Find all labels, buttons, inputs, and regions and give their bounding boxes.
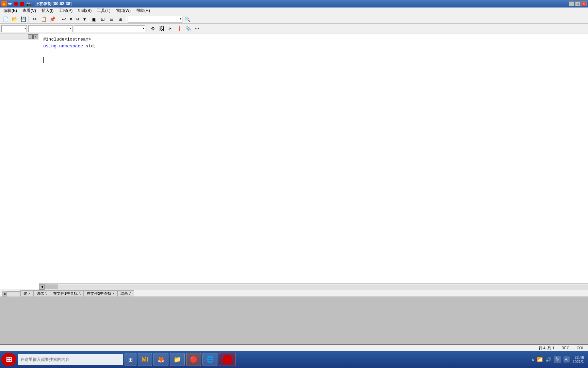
rec-dot-icon <box>223 355 232 364</box>
view2-button[interactable]: ⊡ <box>99 15 107 23</box>
app5-button[interactable]: 🔴 <box>186 353 201 366</box>
restore-button[interactable]: □ <box>575 1 581 6</box>
code-line-4[interactable] <box>43 57 584 63</box>
stop-icon[interactable] <box>20 2 24 6</box>
view1-button[interactable]: ▣ <box>90 15 98 23</box>
break-button[interactable]: ✂ <box>166 25 175 32</box>
minimize-button[interactable]: _ <box>569 1 574 6</box>
compile-button[interactable]: ⚙ <box>149 25 157 32</box>
menu-help[interactable]: 帮助(H) <box>133 7 153 14</box>
tray-expand-icon[interactable]: ∧ <box>532 357 534 362</box>
search-placeholder-text: 在这里输入你要搜索的内容 <box>20 357 69 363</box>
scroll-track[interactable] <box>45 285 588 289</box>
volume-icon[interactable]: 🔊 <box>545 357 551 362</box>
task-view-button[interactable]: ⊞ <box>125 353 136 366</box>
toolbar-2: ▾ ▾ ▾ ⚙ 🖼 ✂ ❗ 📎 ↩ <box>0 24 588 33</box>
toolbar2-separator <box>147 25 147 32</box>
menu-project[interactable]: 工程(P) <box>56 7 75 14</box>
redo-dropdown[interactable]: ▾ <box>82 15 86 23</box>
title-bar-left: C ✏ 📷 正在录制 [00:02:38] <box>1 1 71 7</box>
horizontal-scrollbar[interactable]: ◀ <box>39 283 588 290</box>
search-button[interactable]: 🔍 <box>183 15 191 23</box>
tab-debug-arrow: ╲ <box>45 292 47 295</box>
paste-button[interactable]: 📌 <box>48 15 56 23</box>
toolbar-separator-2 <box>58 16 59 22</box>
app5-icon: 🔴 <box>190 356 197 363</box>
pencil-icon[interactable]: ✏ <box>8 1 12 6</box>
tab-find1-arrow: ╲ <box>79 292 81 295</box>
code-line-2: using namespace std; <box>43 43 584 50</box>
toolbar-1: 📄 📂 💾 ✂ 📋 📌 ↩ ▾ ↪ ▾ ▣ ⊡ ⊟ ⊞ ▾ 🔍 <box>0 14 588 24</box>
language-indicator[interactable]: 英 <box>554 356 561 363</box>
tab-scroll-track <box>7 291 20 296</box>
redo-button[interactable]: ↪ <box>74 15 82 23</box>
menu-tools[interactable]: 工具(T) <box>94 7 113 14</box>
stop-debug-button[interactable]: ❗ <box>175 25 183 32</box>
tab-build[interactable]: 建 ╱ <box>20 290 33 296</box>
search-bar[interactable]: 在这里输入你要搜索的内容 <box>18 354 123 365</box>
undo-dropdown[interactable]: ▾ <box>69 15 73 23</box>
code-line-1-text: #include<iostream> <box>43 36 91 43</box>
firefox-icon: 🦊 <box>157 356 165 363</box>
step-button[interactable]: 📎 <box>184 25 192 32</box>
view4-button[interactable]: ⊞ <box>116 15 125 23</box>
code-body[interactable]: #include<iostream> using namespace std; <box>39 33 588 283</box>
editor-main: _ × #include<iostream> using namespace s… <box>0 33 588 290</box>
menu-insert[interactable]: 插入(I) <box>39 7 56 14</box>
firefox-button[interactable]: 🦊 <box>153 353 168 366</box>
status-col: COL <box>573 345 588 351</box>
task-view-icon: ⊞ <box>128 356 133 363</box>
scroll-thumb[interactable] <box>45 285 58 289</box>
tab-results-arrow: ╱ <box>129 292 131 295</box>
code-area-wrapper: #include<iostream> using namespace std; … <box>39 33 588 290</box>
scroll-left-button[interactable]: ◀ <box>39 284 45 290</box>
tab-results[interactable]: 结果 ╱ <box>117 290 134 296</box>
left-sidebar-body <box>0 40 39 290</box>
debug-dropdown-2[interactable]: ▾ <box>28 25 72 32</box>
window-controls: _ □ ✕ <box>569 1 587 6</box>
view3-button[interactable]: ⊟ <box>108 15 116 23</box>
toolbar-separator-3 <box>88 16 88 22</box>
browser-button[interactable]: 🌐 <box>202 353 217 366</box>
debug-dd2-arrow-icon: ▾ <box>70 27 71 30</box>
debug-view-button[interactable]: 🖼 <box>158 25 166 32</box>
tab-debug[interactable]: 调试 ╲ <box>33 290 50 296</box>
copy-button[interactable]: 📋 <box>39 15 48 23</box>
record-stop-button[interactable] <box>14 2 18 6</box>
tab-build-arrow: ╱ <box>29 292 30 295</box>
title-bar: C ✏ 📷 正在录制 [00:02:38] _ □ ✕ <box>0 0 588 7</box>
debug-dd1-arrow-icon: ▾ <box>24 27 26 30</box>
function-dropdown[interactable]: ▾ <box>128 16 182 22</box>
menu-edit[interactable]: 编辑(E) <box>1 7 20 14</box>
new-file-button[interactable]: 📄 <box>1 15 10 23</box>
back-button[interactable]: ↩ <box>193 25 201 32</box>
save-button[interactable]: 💾 <box>19 15 27 23</box>
sidebar-minimize-button[interactable]: _ <box>28 34 33 39</box>
debug-dropdown-3[interactable]: ▾ <box>74 25 145 32</box>
clock-date: 2021/1 <box>572 359 584 364</box>
close-button[interactable]: ✕ <box>581 1 587 6</box>
file-manager-button[interactable]: 📁 <box>170 353 185 366</box>
debug-dropdown-1[interactable]: ▾ <box>1 25 27 32</box>
tab-find-in-file1[interactable]: 在文件1中查找 ╲ <box>50 290 84 296</box>
tab-find-in-file2[interactable]: 在文件2中查找 ╲ <box>84 290 117 296</box>
folder-icon: 📁 <box>174 356 181 363</box>
tab-scroll-left-button[interactable]: ◀ <box>2 291 7 296</box>
tab-find1-label: 在文件1中查找 <box>53 291 78 296</box>
menu-window[interactable]: 窗口(W) <box>113 7 133 14</box>
toolbar-separator-4 <box>126 16 127 22</box>
ai-label[interactable]: Ai <box>564 356 570 363</box>
status-rec: REC <box>558 345 573 351</box>
start-button[interactable]: ⊞ <box>1 353 16 366</box>
network-icon[interactable]: 📶 <box>537 357 543 362</box>
menu-build[interactable]: 组建(B) <box>75 7 94 14</box>
open-file-button[interactable]: 📂 <box>10 15 18 23</box>
recording-indicator-button[interactable] <box>219 353 236 366</box>
xiaomi-app-button[interactable]: Mi <box>138 353 152 366</box>
menu-view[interactable]: 查看(V) <box>20 7 39 14</box>
tab-results-label: 结果 <box>120 291 128 296</box>
camera-icon[interactable]: 📷 <box>26 1 32 6</box>
undo-button[interactable]: ↩ <box>60 15 68 23</box>
sidebar-close-button[interactable]: × <box>33 34 38 39</box>
cut-button[interactable]: ✂ <box>31 15 39 23</box>
